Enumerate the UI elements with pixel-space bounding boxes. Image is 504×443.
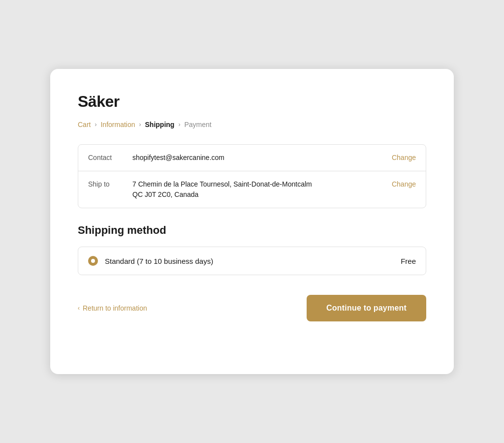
return-to-information-link[interactable]: ‹ Return to information (78, 304, 147, 312)
store-title: Säker (78, 93, 426, 111)
breadcrumb-shipping: Shipping (145, 121, 175, 128)
radio-inner-dot (91, 259, 95, 263)
shipping-method-price: Free (401, 257, 416, 265)
contact-change-button[interactable]: Change (392, 153, 416, 161)
shipping-method-row[interactable]: Standard (7 to 10 business days) Free (78, 247, 426, 275)
ship-to-change-button[interactable]: Change (392, 179, 416, 188)
breadcrumb-payment: Payment (184, 121, 211, 128)
breadcrumb-sep-1: › (94, 121, 96, 128)
shipping-method-label: Standard (7 to 10 business days) (105, 257, 394, 265)
breadcrumb-sep-2: › (139, 121, 141, 128)
continue-to-payment-button[interactable]: Continue to payment (307, 295, 426, 321)
breadcrumb-information[interactable]: Information (100, 121, 135, 128)
return-chevron-icon: ‹ (78, 305, 80, 312)
checkout-card: Säker Cart › Information › Shipping › Pa… (50, 69, 454, 374)
return-link-label: Return to information (83, 304, 147, 312)
shipping-method-box: Standard (7 to 10 business days) Free (78, 247, 426, 275)
ship-to-value: 7 Chemin de la Place Tournesol, Saint-Do… (132, 179, 382, 200)
page-wrapper: Säker Cart › Information › Shipping › Pa… (0, 0, 504, 443)
info-box: Contact shopifytest@sakercanine.com Chan… (78, 144, 426, 208)
footer-row: ‹ Return to information Continue to paym… (78, 295, 426, 321)
shipping-method-title: Shipping method (78, 224, 426, 237)
breadcrumb: Cart › Information › Shipping › Payment (78, 121, 426, 128)
contact-label: Contact (88, 153, 123, 161)
ship-to-label: Ship to (88, 179, 123, 188)
contact-value: shopifytest@sakercanine.com (132, 153, 382, 163)
ship-to-row: Ship to 7 Chemin de la Place Tournesol, … (78, 171, 426, 208)
shipping-radio-selected[interactable] (88, 256, 98, 266)
breadcrumb-sep-3: › (178, 121, 180, 128)
breadcrumb-cart[interactable]: Cart (78, 121, 91, 128)
contact-row: Contact shopifytest@sakercanine.com Chan… (78, 145, 426, 171)
